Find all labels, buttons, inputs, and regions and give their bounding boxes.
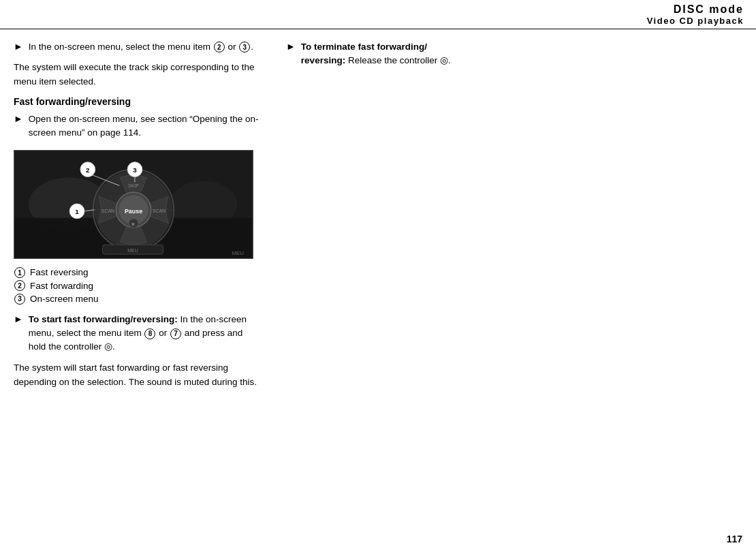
legend-item-3: 3 On-screen menu bbox=[14, 293, 259, 304]
right-bullet-arrow-1: ► bbox=[286, 41, 296, 52]
circle-num-8: 8 bbox=[144, 328, 155, 339]
main-content: ► In the on-screen menu, select the menu… bbox=[0, 29, 756, 527]
legend-num-2: 2 bbox=[14, 280, 26, 291]
legend-list: 1 Fast reversing 2 Fast forwarding 3 On-… bbox=[14, 267, 259, 305]
bullet-item-2: ► Open the on-screen menu, see section “… bbox=[14, 112, 259, 140]
disc-mode-title: DISC mode bbox=[0, 3, 744, 16]
svg-text:SKIP: SKIP bbox=[128, 183, 139, 188]
left-column: ► In the on-screen menu, select the menu… bbox=[14, 40, 272, 514]
svg-text:SCAN: SCAN bbox=[101, 208, 114, 213]
bullet-item-1: ► In the on-screen menu, select the menu… bbox=[14, 40, 259, 54]
circle-num-2: 2 bbox=[214, 42, 225, 52]
controller-image: Pause ✕ MEU SKIP SCAN SCAN 1 2 bbox=[14, 150, 253, 259]
bullet-text-3: To start fast forwarding/reversing: In t… bbox=[29, 313, 259, 354]
video-cd-subtitle: Video CD playback bbox=[0, 16, 744, 26]
legend-label-2: Fast forwarding bbox=[30, 281, 93, 291]
page-header: DISC mode Video CD playback bbox=[0, 0, 756, 29]
body-text-2: The system will start fast forwarding or… bbox=[14, 361, 259, 390]
right-bullet-text-1: To terminate fast forwarding/reversing: … bbox=[301, 40, 451, 68]
right-column: ► To terminate fast forwarding/reversing… bbox=[272, 40, 742, 514]
legend-label-1: Fast reversing bbox=[30, 267, 89, 277]
bullet-arrow-1: ► bbox=[14, 41, 23, 52]
bullet-item-3: ► To start fast forwarding/reversing: In… bbox=[14, 313, 259, 354]
legend-item-1: 1 Fast reversing bbox=[14, 267, 259, 278]
svg-text:MEU: MEU bbox=[127, 248, 138, 253]
svg-text:2: 2 bbox=[86, 166, 90, 173]
section-heading-fast-forward: Fast forwarding/reversing bbox=[14, 96, 259, 107]
body-text-1: The system will execute the track skip c… bbox=[14, 61, 259, 89]
legend-item-2: 2 Fast forwarding bbox=[14, 280, 259, 291]
legend-num-3: 3 bbox=[14, 293, 26, 304]
bullet-arrow-3: ► bbox=[14, 313, 23, 324]
circle-num-7: 7 bbox=[170, 328, 181, 339]
svg-text:✕: ✕ bbox=[131, 221, 136, 227]
legend-label-3: On-screen menu bbox=[30, 294, 99, 304]
page-number: 117 bbox=[727, 534, 742, 544]
svg-text:Pause: Pause bbox=[125, 207, 142, 214]
legend-num-1: 1 bbox=[14, 267, 26, 278]
right-bullet-item-1: ► To terminate fast forwarding/reversing… bbox=[286, 40, 742, 68]
svg-text:MEU: MEU bbox=[232, 250, 244, 256]
svg-text:3: 3 bbox=[133, 166, 137, 173]
bullet-text-1: In the on-screen menu, select the menu i… bbox=[29, 40, 253, 54]
svg-text:SCAN: SCAN bbox=[153, 208, 166, 213]
bullet-text-2: Open the on-screen menu, see section “Op… bbox=[29, 112, 259, 140]
bullet-arrow-2: ► bbox=[14, 113, 23, 124]
svg-text:1: 1 bbox=[75, 207, 79, 215]
circle-num-3: 3 bbox=[239, 42, 250, 52]
